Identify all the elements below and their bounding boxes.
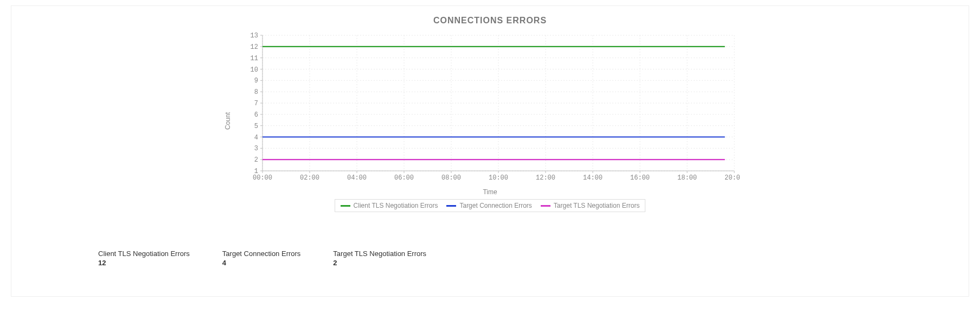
summary-stats: Client TLS Negotiation Errors12Target Co… xyxy=(98,250,426,267)
stat-value: 12 xyxy=(98,259,190,267)
legend-swatch xyxy=(341,205,350,207)
svg-text:00:00: 00:00 xyxy=(252,174,272,182)
svg-text:6: 6 xyxy=(254,111,258,119)
stat-label: Target Connection Errors xyxy=(222,250,301,258)
svg-text:3: 3 xyxy=(254,145,258,152)
svg-text:04:00: 04:00 xyxy=(347,174,366,182)
stat-block: Target Connection Errors4 xyxy=(222,250,301,267)
svg-text:5: 5 xyxy=(254,123,258,130)
svg-text:4: 4 xyxy=(254,134,258,142)
stat-block: Client TLS Negotiation Errors12 xyxy=(98,250,190,267)
y-axis-label: Count xyxy=(224,112,232,130)
svg-text:06:00: 06:00 xyxy=(394,174,413,182)
svg-text:16:00: 16:00 xyxy=(630,174,649,182)
stat-label: Client TLS Negotiation Errors xyxy=(98,250,190,258)
page-root: CONNECTIONS ERRORS Count 123456789101112… xyxy=(0,0,980,313)
chart-svg: 1234567891011121300:0002:0004:0006:0008:… xyxy=(241,30,740,187)
svg-text:13: 13 xyxy=(250,32,258,40)
svg-text:10:00: 10:00 xyxy=(488,174,508,182)
legend-item[interactable]: Client TLS Negotiation Errors xyxy=(341,202,438,209)
stat-label: Target TLS Negotiation Errors xyxy=(333,250,426,258)
chart-panel: CONNECTIONS ERRORS Count 123456789101112… xyxy=(11,5,969,297)
svg-text:10: 10 xyxy=(250,66,258,74)
legend-label: Client TLS Negotiation Errors xyxy=(354,202,438,209)
stat-value: 4 xyxy=(222,259,301,267)
svg-text:20:00: 20:00 xyxy=(724,174,739,182)
chart-title: CONNECTIONS ERRORS xyxy=(11,16,969,25)
svg-text:14:00: 14:00 xyxy=(582,174,602,182)
svg-text:18:00: 18:00 xyxy=(677,174,696,182)
svg-text:11: 11 xyxy=(250,55,258,62)
chart-legend: Client TLS Negotiation ErrorsTarget Conn… xyxy=(335,199,646,212)
legend-label: Target TLS Negotiation Errors xyxy=(554,202,640,209)
svg-text:7: 7 xyxy=(254,100,258,107)
legend-label: Target Connection Errors xyxy=(459,202,531,209)
legend-item[interactable]: Target Connection Errors xyxy=(446,202,531,209)
chart-area: Count 1234567891011121300:0002:0004:0006… xyxy=(241,30,740,212)
svg-text:12:00: 12:00 xyxy=(535,174,555,182)
svg-text:08:00: 08:00 xyxy=(441,174,460,182)
stat-value: 2 xyxy=(333,259,426,267)
svg-text:2: 2 xyxy=(254,156,258,164)
legend-item[interactable]: Target TLS Negotiation Errors xyxy=(541,202,640,209)
svg-text:02:00: 02:00 xyxy=(299,174,319,182)
svg-text:9: 9 xyxy=(254,77,258,85)
legend-swatch xyxy=(541,205,550,207)
legend-swatch xyxy=(446,205,456,207)
svg-text:12: 12 xyxy=(250,43,258,51)
stat-block: Target TLS Negotiation Errors2 xyxy=(333,250,426,267)
x-axis-label: Time xyxy=(241,188,740,196)
svg-text:8: 8 xyxy=(254,88,258,96)
